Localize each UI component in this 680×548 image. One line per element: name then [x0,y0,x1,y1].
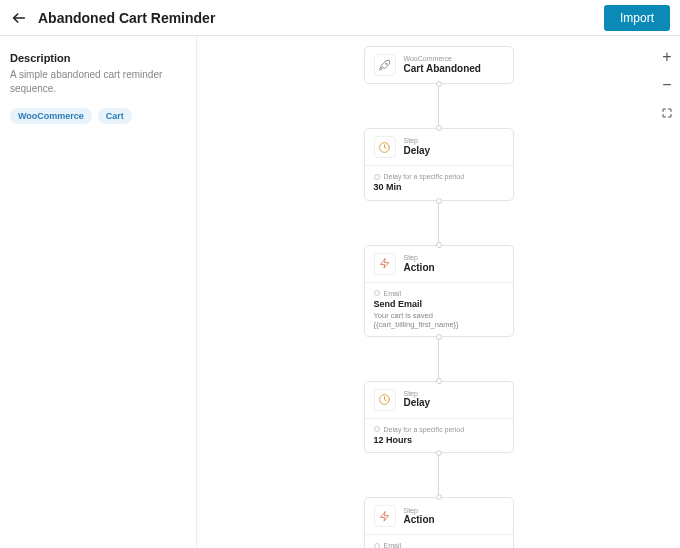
svg-point-1 [386,63,387,64]
card-body-eyebrow: Delay for a specific period [374,426,504,433]
card-body-title: 12 Hours [374,435,504,446]
flow-card[interactable]: StepDelayDelay for a specific period12 H… [364,381,514,454]
connector [438,201,439,245]
card-eyebrow: Step [404,390,431,398]
flow-card[interactable]: WooCommerceCart Abandoned [364,46,514,84]
card-name: Action [404,514,435,526]
fullscreen-icon[interactable] [660,106,674,120]
flow-card[interactable]: StepDelayDelay for a specific period30 M… [364,128,514,201]
card-body-title: Send Email [374,299,504,310]
connector [438,453,439,497]
clock-icon [374,136,396,158]
card-eyebrow: Step [404,254,435,262]
tag-woocommerce[interactable]: WooCommerce [10,108,92,124]
bolt-icon [374,253,396,275]
sidebar: Description A simple abandoned cart remi… [0,36,197,548]
page-title: Abandoned Cart Reminder [38,10,594,26]
tag-cart[interactable]: Cart [98,108,132,124]
flow-card[interactable]: StepActionEmailSend EmailYour cart is ab… [364,497,514,548]
card-body-eyebrow: Email [374,542,504,548]
card-name: Cart Abandoned [404,63,481,75]
card-name: Delay [404,397,431,409]
card-body-title: 30 Min [374,182,504,193]
card-name: Delay [404,145,431,157]
bolt-icon [374,505,396,527]
zoom-out-icon[interactable]: − [660,78,674,92]
clock-icon [374,389,396,411]
rocket-icon [374,54,396,76]
card-body-eyebrow: Email [374,290,504,297]
workflow-canvas[interactable]: + − WooCommerceCart AbandonedStepDelayDe… [197,36,680,548]
import-button[interactable]: Import [604,5,670,31]
flow-card[interactable]: StepActionEmailSend EmailYour cart is sa… [364,245,514,337]
back-arrow-icon[interactable] [10,9,28,27]
card-name: Action [404,262,435,274]
description-text: A simple abandoned cart reminder sequenc… [10,68,186,96]
svg-marker-5 [380,512,388,521]
card-eyebrow: WooCommerce [404,55,481,63]
connector [438,337,439,381]
card-eyebrow: Step [404,137,431,145]
description-heading: Description [10,52,186,64]
card-body-eyebrow: Delay for a specific period [374,173,504,180]
svg-marker-3 [380,259,388,268]
card-eyebrow: Step [404,507,435,515]
connector [438,84,439,128]
card-body-subtitle: Your cart is saved {{cart_billing_first_… [374,311,504,329]
zoom-in-icon[interactable]: + [660,50,674,64]
